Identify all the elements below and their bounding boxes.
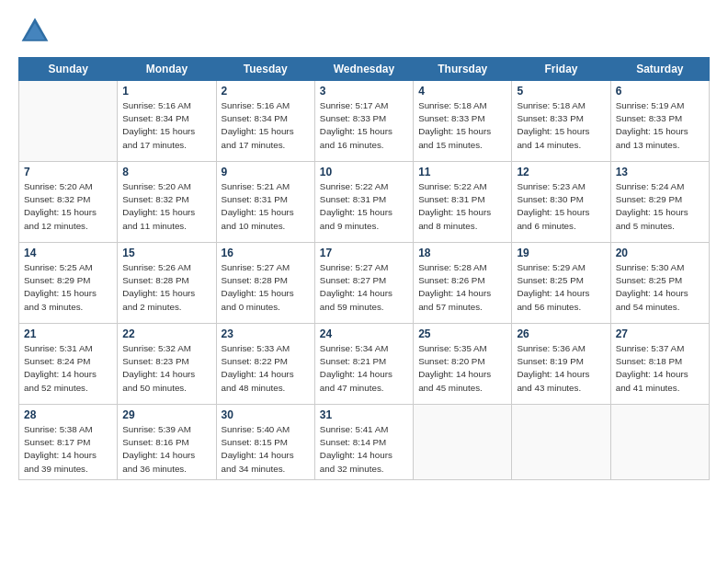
day-info: Sunrise: 5:26 AM Sunset: 8:28 PM Dayligh… [122, 261, 210, 314]
day-number: 9 [222, 166, 310, 178]
day-info: Sunrise: 5:25 AM Sunset: 8:29 PM Dayligh… [24, 261, 112, 314]
day-info: Sunrise: 5:39 AM Sunset: 8:16 PM Dayligh… [122, 423, 210, 476]
calendar-cell: 3Sunrise: 5:17 AM Sunset: 8:33 PM Daylig… [314, 81, 413, 162]
day-number: 12 [517, 166, 605, 178]
day-number: 11 [418, 166, 506, 178]
calendar-table: Sunday Monday Tuesday Wednesday Thursday… [18, 57, 710, 480]
day-number: 25 [418, 327, 506, 340]
col-monday: Monday [118, 58, 216, 81]
day-number: 31 [320, 408, 408, 421]
calendar-cell: 16Sunrise: 5:27 AM Sunset: 8:28 PM Dayli… [216, 243, 314, 324]
calendar-cell: 1Sunrise: 5:16 AM Sunset: 8:34 PM Daylig… [118, 81, 216, 162]
col-tuesday: Tuesday [216, 58, 314, 81]
day-number: 23 [222, 327, 310, 340]
day-info: Sunrise: 5:27 AM Sunset: 8:28 PM Dayligh… [222, 261, 310, 314]
day-number: 27 [616, 327, 704, 340]
day-info: Sunrise: 5:19 AM Sunset: 8:33 PM Dayligh… [616, 99, 704, 152]
col-wednesday: Wednesday [314, 58, 413, 81]
day-number: 26 [517, 327, 605, 340]
day-info: Sunrise: 5:32 AM Sunset: 8:23 PM Dayligh… [122, 342, 210, 395]
day-number: 28 [24, 408, 112, 421]
day-info: Sunrise: 5:22 AM Sunset: 8:31 PM Dayligh… [320, 180, 408, 233]
calendar-cell [610, 405, 709, 480]
day-number: 22 [122, 327, 210, 340]
calendar-cell: 30Sunrise: 5:40 AM Sunset: 8:15 PM Dayli… [216, 405, 314, 480]
calendar-cell: 17Sunrise: 5:27 AM Sunset: 8:27 PM Dayli… [314, 243, 413, 324]
calendar-cell: 31Sunrise: 5:41 AM Sunset: 8:14 PM Dayli… [314, 405, 413, 480]
day-number: 15 [122, 247, 210, 259]
calendar-cell: 15Sunrise: 5:26 AM Sunset: 8:28 PM Dayli… [118, 243, 216, 324]
day-info: Sunrise: 5:40 AM Sunset: 8:15 PM Dayligh… [222, 423, 310, 476]
day-info: Sunrise: 5:21 AM Sunset: 8:31 PM Dayligh… [222, 180, 310, 233]
day-number: 14 [24, 247, 112, 259]
calendar-cell: 19Sunrise: 5:29 AM Sunset: 8:25 PM Dayli… [512, 243, 610, 324]
day-number: 30 [222, 408, 310, 421]
calendar-cell: 29Sunrise: 5:39 AM Sunset: 8:16 PM Dayli… [118, 405, 216, 480]
calendar-cell: 27Sunrise: 5:37 AM Sunset: 8:18 PM Dayli… [610, 324, 709, 405]
day-info: Sunrise: 5:16 AM Sunset: 8:34 PM Dayligh… [222, 99, 310, 152]
day-info: Sunrise: 5:23 AM Sunset: 8:30 PM Dayligh… [517, 180, 605, 233]
calendar-cell: 22Sunrise: 5:32 AM Sunset: 8:23 PM Dayli… [118, 324, 216, 405]
day-info: Sunrise: 5:20 AM Sunset: 8:32 PM Dayligh… [122, 180, 210, 233]
calendar-cell: 14Sunrise: 5:25 AM Sunset: 8:29 PM Dayli… [19, 243, 118, 324]
calendar-cell: 12Sunrise: 5:23 AM Sunset: 8:30 PM Dayli… [512, 162, 610, 243]
calendar-cell: 18Sunrise: 5:28 AM Sunset: 8:26 PM Dayli… [414, 243, 512, 324]
page: Sunday Monday Tuesday Wednesday Thursday… [0, 0, 728, 563]
header [18, 15, 710, 48]
day-number: 2 [222, 85, 310, 98]
day-number: 1 [122, 85, 210, 98]
day-info: Sunrise: 5:35 AM Sunset: 8:20 PM Dayligh… [418, 342, 506, 395]
logo-icon [18, 15, 51, 48]
day-number: 4 [418, 85, 506, 98]
day-info: Sunrise: 5:16 AM Sunset: 8:34 PM Dayligh… [122, 99, 210, 152]
calendar-cell: 28Sunrise: 5:38 AM Sunset: 8:17 PM Dayli… [19, 405, 118, 480]
day-number: 5 [517, 85, 605, 98]
day-number: 13 [616, 166, 704, 178]
day-number: 19 [517, 247, 605, 259]
day-info: Sunrise: 5:18 AM Sunset: 8:33 PM Dayligh… [418, 99, 506, 152]
day-info: Sunrise: 5:22 AM Sunset: 8:31 PM Dayligh… [418, 180, 506, 233]
day-number: 24 [320, 327, 408, 340]
day-number: 6 [616, 85, 704, 98]
col-thursday: Thursday [414, 58, 512, 81]
day-info: Sunrise: 5:27 AM Sunset: 8:27 PM Dayligh… [320, 261, 408, 314]
calendar-cell [414, 405, 512, 480]
day-info: Sunrise: 5:17 AM Sunset: 8:33 PM Dayligh… [320, 99, 408, 152]
day-info: Sunrise: 5:37 AM Sunset: 8:18 PM Dayligh… [616, 342, 704, 395]
col-sunday: Sunday [19, 58, 118, 81]
calendar-cell: 2Sunrise: 5:16 AM Sunset: 8:34 PM Daylig… [216, 81, 314, 162]
calendar-cell: 23Sunrise: 5:33 AM Sunset: 8:22 PM Dayli… [216, 324, 314, 405]
calendar-cell: 9Sunrise: 5:21 AM Sunset: 8:31 PM Daylig… [216, 162, 314, 243]
day-info: Sunrise: 5:30 AM Sunset: 8:25 PM Dayligh… [616, 261, 704, 314]
day-number: 3 [320, 85, 408, 98]
calendar-cell: 8Sunrise: 5:20 AM Sunset: 8:32 PM Daylig… [118, 162, 216, 243]
calendar-cell: 13Sunrise: 5:24 AM Sunset: 8:29 PM Dayli… [610, 162, 709, 243]
col-saturday: Saturday [610, 58, 709, 81]
day-number: 17 [320, 247, 408, 259]
calendar-cell: 25Sunrise: 5:35 AM Sunset: 8:20 PM Dayli… [414, 324, 512, 405]
calendar-cell: 4Sunrise: 5:18 AM Sunset: 8:33 PM Daylig… [414, 81, 512, 162]
calendar-header-row: Sunday Monday Tuesday Wednesday Thursday… [19, 58, 710, 81]
calendar-cell: 7Sunrise: 5:20 AM Sunset: 8:32 PM Daylig… [19, 162, 118, 243]
day-info: Sunrise: 5:24 AM Sunset: 8:29 PM Dayligh… [616, 180, 704, 233]
calendar-cell [19, 81, 118, 162]
day-info: Sunrise: 5:18 AM Sunset: 8:33 PM Dayligh… [517, 99, 605, 152]
day-info: Sunrise: 5:36 AM Sunset: 8:19 PM Dayligh… [517, 342, 605, 395]
calendar-cell: 10Sunrise: 5:22 AM Sunset: 8:31 PM Dayli… [314, 162, 413, 243]
day-number: 16 [222, 247, 310, 259]
day-number: 10 [320, 166, 408, 178]
day-number: 7 [24, 166, 112, 178]
calendar-cell: 5Sunrise: 5:18 AM Sunset: 8:33 PM Daylig… [512, 81, 610, 162]
day-number: 29 [122, 408, 210, 421]
day-info: Sunrise: 5:28 AM Sunset: 8:26 PM Dayligh… [418, 261, 506, 314]
day-info: Sunrise: 5:29 AM Sunset: 8:25 PM Dayligh… [517, 261, 605, 314]
calendar-cell: 24Sunrise: 5:34 AM Sunset: 8:21 PM Dayli… [314, 324, 413, 405]
day-info: Sunrise: 5:41 AM Sunset: 8:14 PM Dayligh… [320, 423, 408, 476]
day-number: 20 [616, 247, 704, 259]
logo [18, 15, 55, 48]
day-number: 21 [24, 327, 112, 340]
day-number: 18 [418, 247, 506, 259]
day-info: Sunrise: 5:20 AM Sunset: 8:32 PM Dayligh… [24, 180, 112, 233]
day-info: Sunrise: 5:34 AM Sunset: 8:21 PM Dayligh… [320, 342, 408, 395]
day-info: Sunrise: 5:38 AM Sunset: 8:17 PM Dayligh… [24, 423, 112, 476]
